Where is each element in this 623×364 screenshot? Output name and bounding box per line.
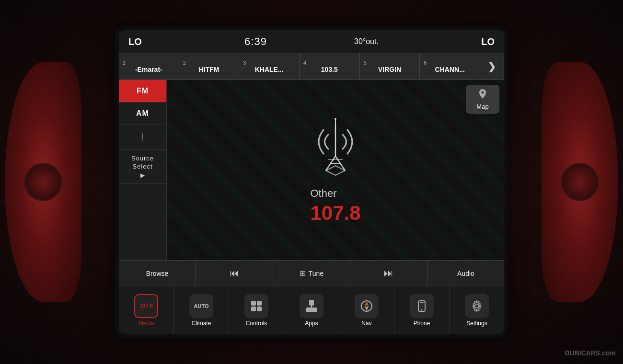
svg-rect-11 [257, 307, 262, 311]
map-button[interactable]: Map [466, 85, 499, 114]
preset-num-1: 1 [123, 60, 126, 66]
prev-icon: ⏮ [230, 268, 239, 279]
right-vent [542, 62, 618, 302]
nav-settings[interactable]: Settings [450, 286, 504, 334]
nav-phone[interactable]: Phone [394, 286, 450, 334]
nav-media-label: Media [138, 320, 154, 327]
preset-btn-3[interactable]: 3 KHALE... [239, 53, 300, 80]
svg-point-20 [421, 309, 423, 310]
source-select-button[interactable]: SourceSelect ▶ [119, 150, 166, 184]
next-track-button[interactable]: ⏭ [350, 261, 427, 286]
svg-text:N: N [366, 302, 368, 305]
svg-point-23 [475, 304, 479, 308]
preset-btn-5[interactable]: 5 VIRGIN [360, 53, 420, 80]
tune-label: Tune [309, 270, 323, 277]
phone-icon-wrapper [410, 294, 434, 318]
preset-btn-4[interactable]: 4 103.5 [300, 53, 360, 80]
svg-rect-21 [420, 302, 424, 303]
tune-button[interactable]: ⊞ Tune [273, 261, 350, 286]
radio-tower-svg [309, 115, 362, 178]
svg-rect-10 [251, 307, 256, 311]
nav-climate-label: Climate [192, 320, 211, 327]
prev-track-button[interactable]: ⏮ [196, 261, 273, 286]
preset-name-3: KHALE... [255, 66, 284, 73]
svg-rect-9 [257, 301, 262, 306]
audio-button[interactable]: Audio [427, 261, 504, 286]
nav-phone-label: Phone [414, 320, 430, 327]
apps-icon [305, 299, 318, 313]
left-vent-circle [24, 163, 62, 201]
map-icon [477, 88, 488, 102]
nav-controls-label: Controls [246, 320, 267, 327]
nav-climate[interactable]: AUTO Climate [174, 286, 229, 334]
browse-button[interactable]: Browse [119, 261, 196, 286]
svg-rect-12 [309, 300, 314, 306]
nav-compass-icon: N [360, 300, 373, 312]
next-icon: ⏭ [384, 268, 393, 279]
svg-point-2 [335, 118, 336, 120]
bluetooth-icon: ⧘ [140, 132, 145, 143]
nav-navigation[interactable]: N Nav [339, 286, 394, 334]
nav-media[interactable]: 107.8 Media [119, 286, 174, 334]
status-lo-left: LO [128, 36, 157, 47]
am-button[interactable]: AM [119, 102, 166, 125]
preset-btn-1[interactable]: 1 -Emarat- [119, 53, 179, 80]
watermark: DUBICARS.com [565, 349, 616, 357]
tune-grid-icon: ⊞ [300, 269, 306, 278]
nav-settings-label: Settings [466, 320, 487, 327]
preset-num-5: 5 [364, 60, 367, 66]
apps-icon-wrapper [300, 294, 323, 318]
settings-gear-icon [471, 300, 483, 312]
center-display: Other 107.8 [167, 80, 504, 260]
svg-rect-8 [251, 301, 256, 306]
nav-apps[interactable]: Apps [284, 286, 339, 334]
preset-btn-6[interactable]: 6 CHANN... [420, 53, 480, 80]
station-label: Other [310, 187, 360, 200]
bluetooth-button[interactable]: ⧘ [119, 125, 166, 150]
phone-icon [416, 300, 427, 312]
nav-controls[interactable]: Controls [229, 286, 284, 334]
svg-rect-13 [306, 307, 317, 312]
status-bar: LO 6:39 30°out. LO [119, 30, 504, 53]
presets-bar: 1 -Emarat- 2 HITFM 3 KHALE... 4 103.5 5 [119, 53, 504, 80]
map-label: Map [476, 103, 488, 110]
source-select-arrow: ▶ [140, 172, 145, 179]
station-frequency: 107.8 [310, 202, 360, 225]
nav-icon-wrapper: N [355, 294, 379, 318]
bottom-toolbar: Browse ⏮ ⊞ Tune ⏭ Audio [119, 260, 504, 286]
climate-icon-wrapper: AUTO [189, 294, 213, 318]
preset-name-6: CHANN... [435, 66, 465, 73]
main-content: FM AM ⧘ SourceSelect ▶ [119, 80, 504, 260]
preset-num-3: 3 [243, 60, 246, 66]
nav-navigation-label: Nav [361, 320, 371, 327]
fm-button[interactable]: FM [119, 80, 166, 102]
left-vent [5, 62, 81, 302]
nav-bar: 107.8 Media AUTO Climate [119, 286, 504, 334]
car-surround: LO 6:39 30°out. LO 1 -Emarat- 2 HITFM 3 … [0, 0, 623, 364]
preset-name-5: VIRGIN [378, 66, 401, 73]
status-time: 6:39 [244, 35, 267, 48]
preset-num-2: 2 [183, 60, 186, 66]
preset-name-1: -Emarat- [135, 66, 162, 73]
presets-next-button[interactable]: ❯ [480, 53, 504, 80]
preset-num-6: 6 [424, 60, 427, 66]
svg-marker-16 [365, 306, 369, 311]
screen: LO 6:39 30°out. LO 1 -Emarat- 2 HITFM 3 … [119, 30, 504, 334]
media-freq-display: 107.8 [139, 303, 153, 308]
station-info: Other 107.8 [310, 187, 360, 225]
preset-name-2: HITFM [199, 66, 219, 73]
browse-label: Browse [146, 270, 169, 277]
controls-icon-wrapper [244, 294, 268, 318]
svg-point-7 [482, 91, 484, 94]
status-temp: 30°out. [354, 37, 379, 46]
nav-apps-label: Apps [305, 320, 318, 327]
preset-name-4: 103.5 [321, 66, 338, 73]
controls-icon [250, 300, 263, 312]
preset-btn-2[interactable]: 2 HITFM [179, 53, 240, 80]
climate-icon: AUTO [194, 303, 209, 309]
right-vent-circle [561, 163, 599, 201]
status-lo-right: LO [466, 36, 495, 47]
media-icon-wrapper: 107.8 [134, 294, 158, 318]
screen-bezel: LO 6:39 30°out. LO 1 -Emarat- 2 HITFM 3 … [115, 26, 508, 338]
preset-num-4: 4 [303, 60, 306, 66]
